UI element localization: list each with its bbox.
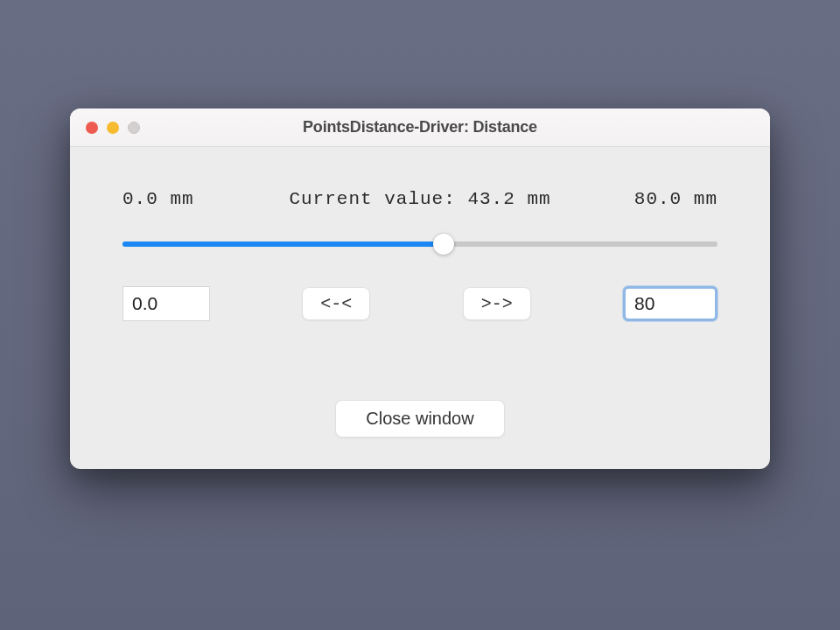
window-content: 0.0 mm Current value: 43.2 mm 80.0 mm <-… <box>70 147 770 469</box>
slider-thumb[interactable] <box>433 234 454 255</box>
step-right-button[interactable]: >-> <box>463 287 531 320</box>
titlebar[interactable]: PointsDistance-Driver: Distance <box>70 108 770 147</box>
window-title: PointsDistance-Driver: Distance <box>70 118 770 136</box>
slider-max-label: 80.0 mm <box>634 189 718 209</box>
max-value-input[interactable] <box>623 286 718 321</box>
dialog-window: PointsDistance-Driver: Distance 0.0 mm C… <box>70 108 770 469</box>
slider-current-label: Current value: 43.2 mm <box>289 189 550 209</box>
slider[interactable] <box>119 234 721 255</box>
slider-fill <box>122 242 444 247</box>
close-window-button[interactable]: Close window <box>335 400 504 438</box>
controls-row: <-< >-> <box>119 286 721 321</box>
traffic-lights <box>86 122 140 134</box>
slider-min-label: 0.0 mm <box>122 189 194 209</box>
step-left-button[interactable]: <-< <box>302 287 370 320</box>
slider-labels-row: 0.0 mm Current value: 43.2 mm 80.0 mm <box>119 189 721 209</box>
min-value-input[interactable] <box>122 286 210 321</box>
maximize-icon <box>128 122 140 134</box>
close-icon[interactable] <box>86 122 98 134</box>
minimize-icon[interactable] <box>107 122 119 134</box>
close-row: Close window <box>119 400 721 438</box>
